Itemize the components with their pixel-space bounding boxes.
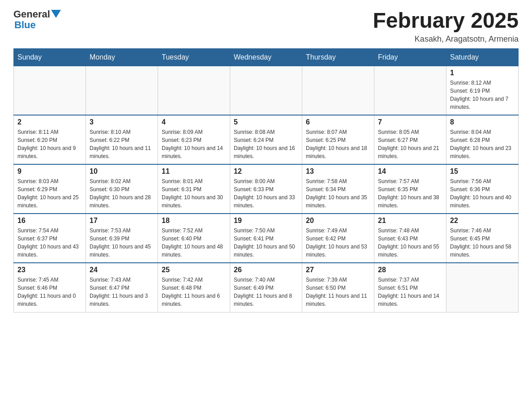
calendar-week-row: 1Sunrise: 8:12 AM Sunset: 6:19 PM Daylig… (14, 66, 519, 115)
day-number: 25 (162, 266, 226, 274)
day-number: 9 (17, 167, 82, 176)
location-text: Kasakh, Aragatsotn, Armenia (373, 34, 519, 44)
calendar-cell: 14Sunrise: 7:57 AM Sunset: 6:35 PM Dayli… (374, 164, 446, 214)
logo-triangle-icon (51, 10, 61, 20)
calendar-cell: 5Sunrise: 8:08 AM Sunset: 6:24 PM Daylig… (230, 115, 302, 164)
page-header: General Blue February 2025 Kasakh, Araga… (13, 9, 519, 44)
calendar-header-sunday: Sunday (14, 48, 86, 66)
calendar-cell: 4Sunrise: 8:09 AM Sunset: 6:23 PM Daylig… (158, 115, 230, 164)
day-number: 22 (450, 217, 515, 225)
day-number: 7 (378, 118, 442, 126)
calendar-header-saturday: Saturday (446, 48, 519, 66)
calendar-cell: 16Sunrise: 7:54 AM Sunset: 6:37 PM Dayli… (14, 214, 86, 263)
day-info: Sunrise: 7:50 AM Sunset: 6:41 PM Dayligh… (234, 227, 298, 259)
day-info: Sunrise: 7:52 AM Sunset: 6:40 PM Dayligh… (162, 227, 226, 259)
day-number: 5 (234, 118, 298, 126)
calendar-cell: 8Sunrise: 8:04 AM Sunset: 6:28 PM Daylig… (446, 115, 519, 164)
logo: General Blue (13, 9, 61, 30)
calendar-table: SundayMondayTuesdayWednesdayThursdayFrid… (13, 48, 519, 313)
day-number: 4 (162, 118, 226, 126)
calendar-cell: 9Sunrise: 8:03 AM Sunset: 6:29 PM Daylig… (14, 164, 86, 214)
calendar-cell (302, 66, 374, 115)
calendar-cell: 3Sunrise: 8:10 AM Sunset: 6:22 PM Daylig… (86, 115, 158, 164)
day-info: Sunrise: 7:56 AM Sunset: 6:36 PM Dayligh… (450, 177, 515, 210)
day-info: Sunrise: 7:57 AM Sunset: 6:35 PM Dayligh… (378, 177, 442, 210)
day-info: Sunrise: 8:01 AM Sunset: 6:31 PM Dayligh… (162, 177, 226, 210)
day-number: 14 (378, 167, 442, 176)
day-info: Sunrise: 7:45 AM Sunset: 6:46 PM Dayligh… (17, 276, 82, 308)
calendar-week-row: 9Sunrise: 8:03 AM Sunset: 6:29 PM Daylig… (14, 164, 519, 214)
day-number: 17 (90, 217, 154, 225)
day-number: 3 (90, 118, 154, 126)
day-info: Sunrise: 7:40 AM Sunset: 6:49 PM Dayligh… (234, 276, 298, 308)
calendar-cell (86, 66, 158, 115)
day-number: 8 (450, 118, 515, 126)
day-info: Sunrise: 8:04 AM Sunset: 6:28 PM Dayligh… (450, 128, 515, 160)
day-number: 2 (17, 118, 82, 126)
calendar-cell: 18Sunrise: 7:52 AM Sunset: 6:40 PM Dayli… (158, 214, 230, 263)
calendar-week-row: 2Sunrise: 8:11 AM Sunset: 6:20 PM Daylig… (14, 115, 519, 164)
logo-general-text: General (13, 9, 50, 20)
day-number: 15 (450, 167, 515, 176)
day-number: 12 (234, 167, 298, 176)
calendar-cell: 7Sunrise: 8:05 AM Sunset: 6:27 PM Daylig… (374, 115, 446, 164)
day-number: 19 (234, 217, 298, 225)
day-number: 24 (90, 266, 154, 274)
day-info: Sunrise: 8:03 AM Sunset: 6:29 PM Dayligh… (17, 177, 82, 210)
title-section: February 2025 Kasakh, Aragatsotn, Armeni… (373, 9, 519, 44)
day-info: Sunrise: 7:42 AM Sunset: 6:48 PM Dayligh… (162, 276, 226, 308)
calendar-header-wednesday: Wednesday (230, 48, 302, 66)
day-number: 20 (306, 217, 370, 225)
calendar-header-row: SundayMondayTuesdayWednesdayThursdayFrid… (14, 48, 519, 66)
day-info: Sunrise: 8:12 AM Sunset: 6:19 PM Dayligh… (450, 79, 515, 111)
calendar-cell: 12Sunrise: 8:00 AM Sunset: 6:33 PM Dayli… (230, 164, 302, 214)
day-info: Sunrise: 8:02 AM Sunset: 6:30 PM Dayligh… (90, 177, 154, 210)
day-number: 23 (17, 266, 82, 274)
calendar-cell: 28Sunrise: 7:37 AM Sunset: 6:51 PM Dayli… (374, 263, 446, 312)
calendar-header-friday: Friday (374, 48, 446, 66)
calendar-header-monday: Monday (86, 48, 158, 66)
day-info: Sunrise: 8:05 AM Sunset: 6:27 PM Dayligh… (378, 128, 442, 160)
calendar-cell: 23Sunrise: 7:45 AM Sunset: 6:46 PM Dayli… (14, 263, 86, 312)
day-info: Sunrise: 8:10 AM Sunset: 6:22 PM Dayligh… (90, 128, 154, 160)
calendar-cell (14, 66, 86, 115)
calendar-cell: 27Sunrise: 7:39 AM Sunset: 6:50 PM Dayli… (302, 263, 374, 312)
day-number: 28 (378, 266, 442, 274)
day-number: 18 (162, 217, 226, 225)
calendar-cell (374, 66, 446, 115)
calendar-cell: 15Sunrise: 7:56 AM Sunset: 6:36 PM Dayli… (446, 164, 519, 214)
calendar-cell: 13Sunrise: 7:58 AM Sunset: 6:34 PM Dayli… (302, 164, 374, 214)
calendar-cell: 26Sunrise: 7:40 AM Sunset: 6:49 PM Dayli… (230, 263, 302, 312)
calendar-cell: 17Sunrise: 7:53 AM Sunset: 6:39 PM Dayli… (86, 214, 158, 263)
day-info: Sunrise: 7:46 AM Sunset: 6:45 PM Dayligh… (450, 227, 515, 259)
day-number: 21 (378, 217, 442, 225)
day-info: Sunrise: 8:09 AM Sunset: 6:23 PM Dayligh… (162, 128, 226, 160)
day-number: 10 (90, 167, 154, 176)
calendar-cell: 24Sunrise: 7:43 AM Sunset: 6:47 PM Dayli… (86, 263, 158, 312)
calendar-cell: 10Sunrise: 8:02 AM Sunset: 6:30 PM Dayli… (86, 164, 158, 214)
svg-marker-0 (51, 10, 61, 18)
day-info: Sunrise: 7:43 AM Sunset: 6:47 PM Dayligh… (90, 276, 154, 308)
day-info: Sunrise: 8:11 AM Sunset: 6:20 PM Dayligh… (17, 128, 82, 160)
calendar-cell (230, 66, 302, 115)
calendar-cell: 11Sunrise: 8:01 AM Sunset: 6:31 PM Dayli… (158, 164, 230, 214)
day-info: Sunrise: 7:48 AM Sunset: 6:43 PM Dayligh… (378, 227, 442, 259)
calendar-cell (446, 263, 519, 312)
calendar-cell: 1Sunrise: 8:12 AM Sunset: 6:19 PM Daylig… (446, 66, 519, 115)
day-info: Sunrise: 8:00 AM Sunset: 6:33 PM Dayligh… (234, 177, 298, 210)
day-info: Sunrise: 7:53 AM Sunset: 6:39 PM Dayligh… (90, 227, 154, 259)
day-info: Sunrise: 7:37 AM Sunset: 6:51 PM Dayligh… (378, 276, 442, 308)
day-info: Sunrise: 7:49 AM Sunset: 6:42 PM Dayligh… (306, 227, 370, 259)
day-info: Sunrise: 8:07 AM Sunset: 6:25 PM Dayligh… (306, 128, 370, 160)
calendar-week-row: 23Sunrise: 7:45 AM Sunset: 6:46 PM Dayli… (14, 263, 519, 312)
calendar-cell: 22Sunrise: 7:46 AM Sunset: 6:45 PM Dayli… (446, 214, 519, 263)
calendar-cell (158, 66, 230, 115)
calendar-week-row: 16Sunrise: 7:54 AM Sunset: 6:37 PM Dayli… (14, 214, 519, 263)
calendar-header-tuesday: Tuesday (158, 48, 230, 66)
calendar-cell: 2Sunrise: 8:11 AM Sunset: 6:20 PM Daylig… (14, 115, 86, 164)
logo-blue-text: Blue (14, 20, 61, 30)
day-info: Sunrise: 7:39 AM Sunset: 6:50 PM Dayligh… (306, 276, 370, 308)
calendar-cell: 6Sunrise: 8:07 AM Sunset: 6:25 PM Daylig… (302, 115, 374, 164)
calendar-cell: 19Sunrise: 7:50 AM Sunset: 6:41 PM Dayli… (230, 214, 302, 263)
day-number: 1 (450, 69, 515, 77)
